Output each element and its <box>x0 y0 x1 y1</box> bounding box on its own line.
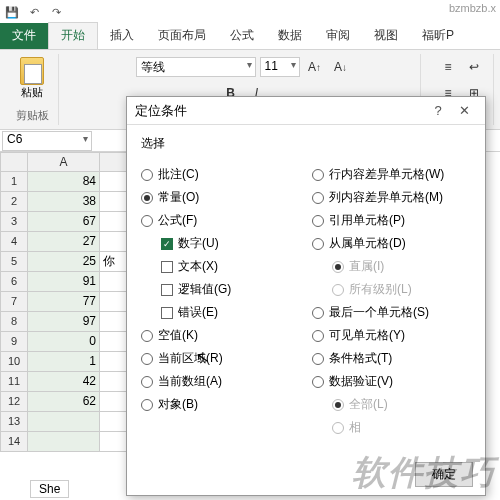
col-header-a[interactable]: A <box>28 152 100 172</box>
tab-insert[interactable]: 插入 <box>98 23 146 49</box>
dialog-section-label: 选择 <box>141 135 471 152</box>
opt-direct: 直属(I) <box>332 258 471 275</box>
opt-objects[interactable]: 对象(B) <box>141 396 300 413</box>
tab-data[interactable]: 数据 <box>266 23 314 49</box>
opt-all-levels: 所有级别(L) <box>332 281 471 298</box>
select-all-corner[interactable] <box>0 152 28 172</box>
tab-foxit[interactable]: 福昕P <box>410 23 466 49</box>
increase-font-icon[interactable]: A↑ <box>304 56 326 78</box>
align-top-icon[interactable]: ≡ <box>437 56 459 78</box>
opt-validation[interactable]: 数据验证(V) <box>312 373 471 390</box>
row-header[interactable]: 14 <box>0 432 28 452</box>
goto-special-dialog: 定位条件 ? ✕ 选择 批注(C) 常量(O) 公式(F) 数字(U) 文本(X… <box>126 96 486 496</box>
paste-label: 粘贴 <box>21 85 43 100</box>
cell[interactable]: 97 <box>28 312 100 332</box>
cell[interactable]: 0 <box>28 332 100 352</box>
help-icon[interactable]: ? <box>425 103 451 118</box>
opt-text[interactable]: 文本(X) <box>161 258 300 275</box>
paste-button[interactable]: 粘贴 <box>14 56 50 100</box>
cell[interactable]: 77 <box>28 292 100 312</box>
dialog-title: 定位条件 <box>135 102 187 120</box>
opt-visible[interactable]: 可见单元格(Y) <box>312 327 471 344</box>
row-header[interactable]: 3 <box>0 212 28 232</box>
tab-formula[interactable]: 公式 <box>218 23 266 49</box>
row-header[interactable]: 12 <box>0 392 28 412</box>
close-icon[interactable]: ✕ <box>451 103 477 118</box>
ribbon-tabs: 文件 开始 插入 页面布局 公式 数据 审阅 视图 福昕P <box>0 24 500 50</box>
opt-precedents[interactable]: 引用单元格(P) <box>312 212 471 229</box>
save-icon[interactable]: 💾 <box>4 4 20 20</box>
opt-numbers[interactable]: 数字(U) <box>161 235 300 252</box>
cell[interactable]: 91 <box>28 272 100 292</box>
font-size-select[interactable]: 11 <box>260 57 300 77</box>
cell[interactable]: 42 <box>28 372 100 392</box>
opt-last-cell[interactable]: 最后一个单元格(S) <box>312 304 471 321</box>
opt-formulas[interactable]: 公式(F) <box>141 212 300 229</box>
ribbon-group-clipboard: 粘贴 剪贴板 <box>6 54 59 125</box>
row-header[interactable]: 8 <box>0 312 28 332</box>
row-header[interactable]: 2 <box>0 192 28 212</box>
url-fragment: bzmbzb.x <box>449 2 496 14</box>
cell[interactable]: 67 <box>28 212 100 232</box>
cell[interactable]: 84 <box>28 172 100 192</box>
row-header[interactable]: 9 <box>0 332 28 352</box>
cell[interactable]: 62 <box>28 392 100 412</box>
row-header[interactable]: 4 <box>0 232 28 252</box>
row-header[interactable]: 5 <box>0 252 28 272</box>
opt-col-diff[interactable]: 列内容差异单元格(M) <box>312 189 471 206</box>
row-header[interactable]: 1 <box>0 172 28 192</box>
cell[interactable]: 27 <box>28 232 100 252</box>
opt-constants[interactable]: 常量(O) <box>141 189 300 206</box>
row-header[interactable]: 11 <box>0 372 28 392</box>
tab-review[interactable]: 审阅 <box>314 23 362 49</box>
name-box[interactable]: C6 <box>2 131 92 151</box>
opt-comments[interactable]: 批注(C) <box>141 166 300 183</box>
wrap-icon[interactable]: ↩ <box>463 56 485 78</box>
opt-blanks[interactable]: 空值(K) <box>141 327 300 344</box>
opt-all: 全部(L) <box>332 396 471 413</box>
quick-access-toolbar: 💾 ↶ ↷ <box>0 0 500 24</box>
sheet-tab[interactable]: She <box>30 480 69 498</box>
decrease-font-icon[interactable]: A↓ <box>330 56 352 78</box>
row-header[interactable]: 10 <box>0 352 28 372</box>
clipboard-label: 剪贴板 <box>16 108 49 123</box>
cell[interactable]: 25 <box>28 252 100 272</box>
row-header[interactable]: 7 <box>0 292 28 312</box>
opt-current-array[interactable]: 当前数组(A) <box>141 373 300 390</box>
tab-layout[interactable]: 页面布局 <box>146 23 218 49</box>
font-name-select[interactable]: 等线 <box>136 57 256 77</box>
paste-icon <box>20 57 44 85</box>
opt-same: 相 <box>332 419 471 436</box>
opt-cond-fmt[interactable]: 条件格式(T) <box>312 350 471 367</box>
opt-row-diff[interactable]: 行内容差异单元格(W) <box>312 166 471 183</box>
row-header[interactable]: 13 <box>0 412 28 432</box>
cell[interactable]: 1 <box>28 352 100 372</box>
ok-button[interactable]: 确定 <box>415 462 473 487</box>
cell[interactable] <box>28 432 100 452</box>
tab-file[interactable]: 文件 <box>0 23 48 49</box>
cell[interactable] <box>28 412 100 432</box>
tab-home[interactable]: 开始 <box>48 22 98 49</box>
opt-dependents[interactable]: 从属单元格(D) <box>312 235 471 252</box>
cell[interactable]: 38 <box>28 192 100 212</box>
opt-errors[interactable]: 错误(E) <box>161 304 300 321</box>
undo-icon[interactable]: ↶ <box>26 4 42 20</box>
tab-view[interactable]: 视图 <box>362 23 410 49</box>
opt-current-region[interactable]: 当前区域(R) <box>141 350 300 367</box>
row-header[interactable]: 6 <box>0 272 28 292</box>
opt-logical[interactable]: 逻辑值(G) <box>161 281 300 298</box>
redo-icon[interactable]: ↷ <box>48 4 64 20</box>
